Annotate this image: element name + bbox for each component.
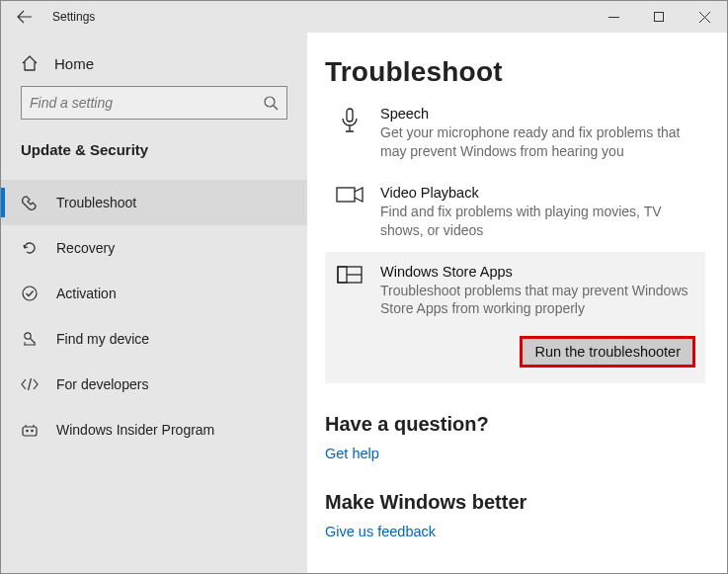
search-field[interactable] <box>30 95 263 111</box>
ts-item-title: Speech <box>380 106 695 122</box>
troubleshooter-store-apps[interactable]: Windows Store Apps Troubleshoot problems… <box>325 252 705 384</box>
give-feedback-link[interactable]: Give us feedback <box>325 524 705 539</box>
minimize-icon <box>608 12 619 23</box>
svg-point-1 <box>265 97 275 107</box>
nav-label: Activation <box>56 286 117 301</box>
sidebar-section-heading: Update & Security <box>1 135 307 180</box>
find-device-icon <box>21 330 39 348</box>
nav-label: For developers <box>56 376 148 392</box>
sidebar-item-troubleshoot[interactable]: Troubleshoot <box>1 180 307 225</box>
ts-item-desc: Troubleshoot problems that may prevent W… <box>380 282 695 319</box>
svg-rect-7 <box>347 109 353 122</box>
sidebar-item-recovery[interactable]: Recovery <box>1 225 307 271</box>
content-pane: Troubleshoot Speech Get your microphone … <box>307 33 727 573</box>
nav-label: Windows Insider Program <box>56 422 214 438</box>
developers-icon <box>21 375 39 393</box>
troubleshooter-video-playback[interactable]: Video Playback Find and fix problems wit… <box>325 173 705 252</box>
sidebar-item-activation[interactable]: Activation <box>1 271 307 316</box>
sidebar: Home Update & Security Troubleshoot Reco… <box>1 33 307 573</box>
page-title: Troubleshoot <box>325 56 705 88</box>
question-heading: Have a question? <box>325 413 705 436</box>
svg-point-5 <box>26 430 29 433</box>
nav-label: Recovery <box>56 240 115 256</box>
nav-label: Troubleshoot <box>56 195 136 210</box>
troubleshooter-speech[interactable]: Speech Get your microphone ready and fix… <box>325 94 705 173</box>
search-icon <box>263 95 279 111</box>
ts-item-title: Video Playback <box>380 185 695 201</box>
feedback-section: Make Windows better Give us feedback <box>325 491 705 539</box>
microphone-icon <box>335 106 364 135</box>
ts-item-desc: Find and fix problems with playing movie… <box>380 203 695 240</box>
back-button[interactable] <box>1 1 48 33</box>
svg-point-2 <box>23 287 37 300</box>
arrow-left-icon <box>17 9 33 25</box>
svg-rect-0 <box>655 13 664 22</box>
question-section: Have a question? Get help <box>325 413 705 461</box>
feedback-heading: Make Windows better <box>325 491 705 514</box>
home-icon <box>21 54 39 72</box>
ts-item-title: Windows Store Apps <box>380 264 695 280</box>
minimize-button[interactable] <box>591 1 636 33</box>
svg-rect-8 <box>337 188 355 202</box>
svg-rect-10 <box>338 267 347 283</box>
insider-icon <box>21 421 39 439</box>
window-title: Settings <box>48 10 95 24</box>
nav-label: Find my device <box>56 331 149 347</box>
maximize-button[interactable] <box>636 1 682 33</box>
run-troubleshooter-button[interactable]: Run the troubleshooter <box>520 336 695 368</box>
recovery-icon <box>21 239 39 257</box>
svg-rect-4 <box>23 427 37 436</box>
video-icon <box>335 185 364 206</box>
sidebar-nav: Troubleshoot Recovery Activation Find my… <box>1 180 307 452</box>
sidebar-item-find-my-device[interactable]: Find my device <box>1 316 307 362</box>
home-button[interactable]: Home <box>1 50 307 86</box>
svg-point-6 <box>31 430 34 433</box>
titlebar: Settings <box>1 1 727 33</box>
activation-icon <box>21 285 39 302</box>
troubleshoot-icon <box>21 194 39 211</box>
close-icon <box>699 12 710 23</box>
home-label: Home <box>54 55 94 72</box>
sidebar-item-for-developers[interactable]: For developers <box>1 362 307 407</box>
ts-item-desc: Get your microphone ready and fix proble… <box>380 123 695 161</box>
get-help-link[interactable]: Get help <box>325 446 705 461</box>
search-input[interactable] <box>21 86 287 120</box>
close-button[interactable] <box>682 1 727 33</box>
store-apps-icon <box>335 264 364 286</box>
sidebar-item-insider[interactable]: Windows Insider Program <box>1 407 307 452</box>
maximize-icon <box>654 12 664 22</box>
